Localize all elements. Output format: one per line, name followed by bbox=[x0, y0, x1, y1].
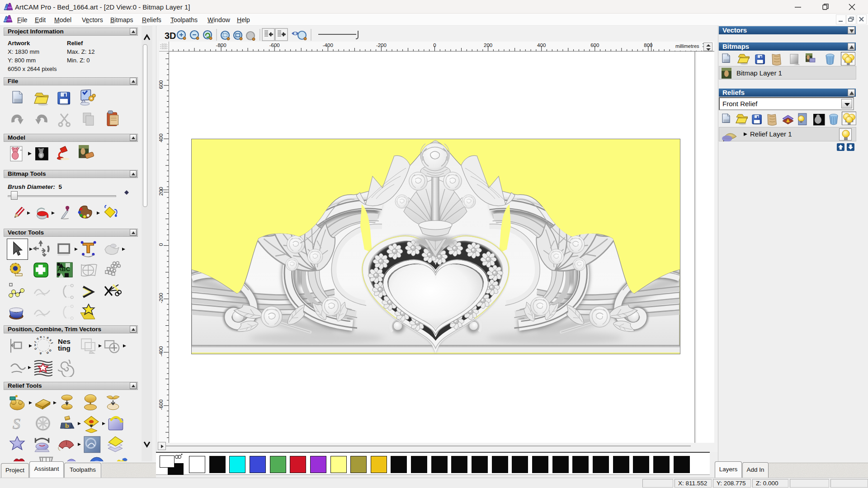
svg-text:+: + bbox=[722, 138, 726, 141]
svg-text:0: 0 bbox=[159, 243, 164, 246]
svg-text:-200: -200 bbox=[376, 42, 387, 48]
svg-text:a: a bbox=[39, 351, 42, 355]
svg-text:u: u bbox=[34, 344, 37, 347]
svg-text:n: n bbox=[46, 351, 50, 355]
svg-text:ABC: ABC bbox=[57, 266, 70, 272]
svg-text:t: t bbox=[50, 342, 53, 345]
svg-text:3D: 3D bbox=[165, 31, 176, 41]
svg-text:e: e bbox=[39, 336, 42, 339]
svg-text:c: c bbox=[34, 347, 38, 351]
svg-text:-200: -200 bbox=[159, 293, 164, 303]
svg-text:200: 200 bbox=[159, 187, 164, 196]
svg-text:600: 600 bbox=[159, 80, 164, 89]
svg-text:b: b bbox=[65, 422, 69, 429]
svg-text:-600: -600 bbox=[159, 399, 164, 410]
svg-text:S: S bbox=[13, 415, 20, 432]
svg-text:200: 200 bbox=[484, 42, 492, 48]
svg-text:-600: -600 bbox=[269, 42, 280, 48]
svg-text:0: 0 bbox=[433, 42, 436, 48]
svg-text:ting: ting bbox=[58, 344, 71, 352]
svg-text:x: x bbox=[48, 338, 53, 343]
svg-text:-400: -400 bbox=[323, 42, 333, 48]
svg-text:400: 400 bbox=[159, 134, 164, 142]
svg-text:400: 400 bbox=[537, 42, 546, 48]
svg-text:-400: -400 bbox=[159, 346, 164, 357]
svg-text:t: t bbox=[43, 336, 45, 338]
svg-text:r: r bbox=[34, 341, 38, 343]
svg-text:600: 600 bbox=[590, 42, 599, 48]
svg-text:-800: -800 bbox=[216, 42, 226, 48]
svg-text:v: v bbox=[35, 336, 40, 341]
